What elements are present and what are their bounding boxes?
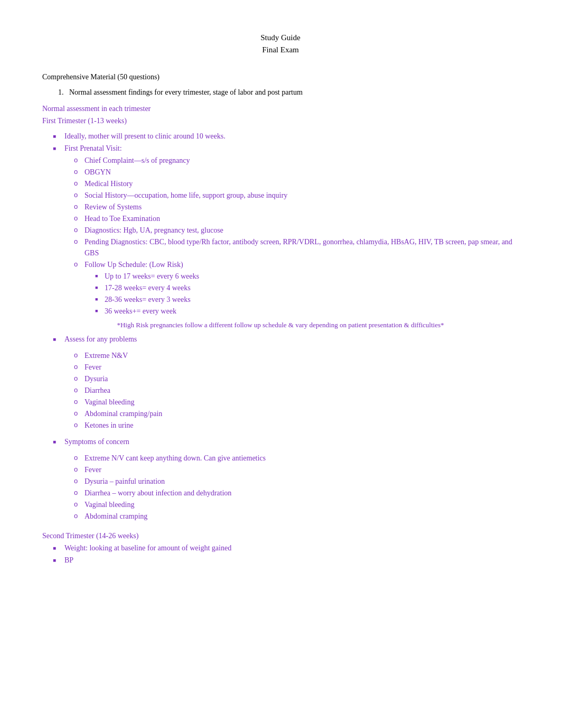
comprehensive-heading: Comprehensive Material (50 questions): [42, 71, 519, 82]
second-bullet-bp: ■ BP: [53, 555, 519, 566]
concern-item-2: o Dysuria – painful urination: [74, 476, 519, 487]
bullet-l1-marker-1: ■: [53, 131, 64, 142]
assess-item-4: o Vaginal bleeding: [74, 397, 519, 408]
prenatal-item-3: o Social History—occupation, home life, …: [74, 190, 519, 201]
prenatal-item-1: o OBGYN: [74, 167, 519, 178]
bullet-assess: ■ Assess for any problems: [53, 334, 519, 345]
first-trimester-heading: First Trimester (1-13 weeks): [42, 115, 519, 126]
prenatal-item-6: o Diagnostics: Hgb, UA, pregnancy test, …: [74, 225, 519, 236]
numbered-item-1: 1. Normal assessment findings for every …: [58, 87, 519, 98]
bullet-symptoms: ■ Symptoms of concern: [53, 436, 519, 447]
bullet-l1-marker-5: ■: [53, 542, 64, 554]
assess-item-1: o Fever: [74, 362, 519, 373]
followup-items: ■ Up to 17 weeks= every 6 weeks ■ 17-28 …: [42, 271, 519, 317]
concern-items: o Extreme N/V cant keep anything down. C…: [42, 453, 519, 522]
prenatal-item-2: o Medical History: [74, 178, 519, 189]
concern-item-1: o Fever: [74, 464, 519, 475]
assess-item-2: o Dysuria: [74, 373, 519, 384]
prenatal-item-7: o Pending Diagnostics: CBC, blood type/R…: [74, 236, 519, 259]
followup-item-2: ■ 28-36 weeks= every 3 weeks: [95, 294, 519, 305]
bullet-ideally: ■ Ideally, mother will present to clinic…: [53, 131, 519, 142]
prenatal-items: o Chief Complaint—s/s of pregnancy o OBG…: [42, 155, 519, 317]
high-risk-note: *High Risk pregnancies follow a differen…: [42, 320, 519, 330]
assess-item-6: o Ketones in urine: [74, 420, 519, 431]
bullet-l1-marker-2: ■: [53, 143, 64, 154]
concern-item-0: o Extreme N/V cant keep anything down. C…: [74, 453, 519, 464]
followup-item-0: ■ Up to 17 weeks= every 6 weeks: [95, 271, 519, 282]
followup-item-3: ■ 36 weeks+= every week: [95, 306, 519, 317]
followup-item-1: ■ 17-28 weeks= every 4 weeks: [95, 282, 519, 293]
page-title: Study Guide Final Exam: [42, 32, 519, 56]
prenatal-item-8: o Follow Up Schedule: (Low Risk): [74, 259, 519, 270]
assess-item-3: o Diarrhea: [74, 385, 519, 396]
bullet-l1-marker-6: ■: [53, 555, 64, 566]
bullet-l1-marker-4: ■: [53, 436, 64, 447]
prenatal-item-4: o Review of Systems: [74, 201, 519, 213]
second-bullet-weight: ■ Weight: looking at baseline for amount…: [53, 542, 519, 554]
concern-item-5: o Abdominal cramping: [74, 511, 519, 522]
assess-item-0: o Extreme N&V: [74, 350, 519, 361]
prenatal-item-5: o Head to Toe Examination: [74, 213, 519, 224]
normal-assessment-heading: Normal assessment in each trimester: [42, 103, 519, 114]
bullet-l1-marker-3: ■: [53, 334, 64, 345]
concern-item-3: o Diarrhea – worry about infection and d…: [74, 487, 519, 499]
assess-item-5: o Abdominal cramping/pain: [74, 408, 519, 419]
assess-items: o Extreme N&V o Fever o Dysuria o Diarrh…: [42, 350, 519, 431]
concern-item-4: o Vaginal bleeding: [74, 499, 519, 510]
second-trimester-heading: Second Trimester (14-26 weeks): [42, 530, 519, 541]
bullet-prenatal: ■ First Prenatal Visit:: [53, 143, 519, 154]
prenatal-item-0: o Chief Complaint—s/s of pregnancy: [74, 155, 519, 166]
